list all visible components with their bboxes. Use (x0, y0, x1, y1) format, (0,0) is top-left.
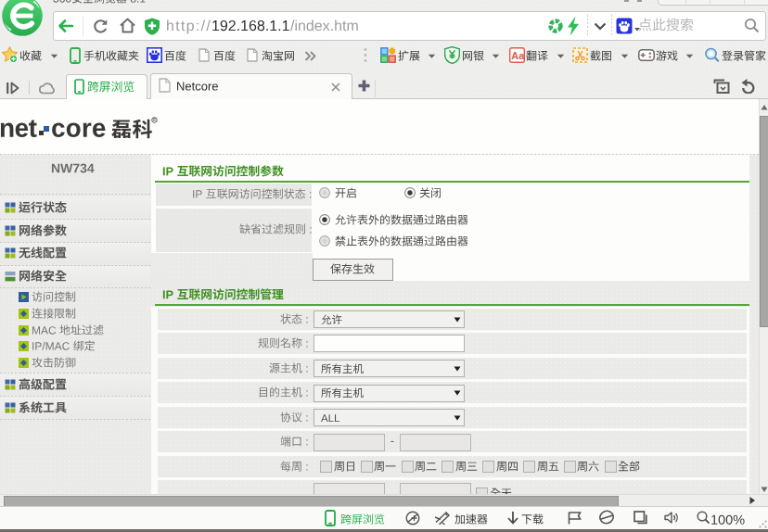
svg-text:Aa: Aa (511, 50, 525, 61)
